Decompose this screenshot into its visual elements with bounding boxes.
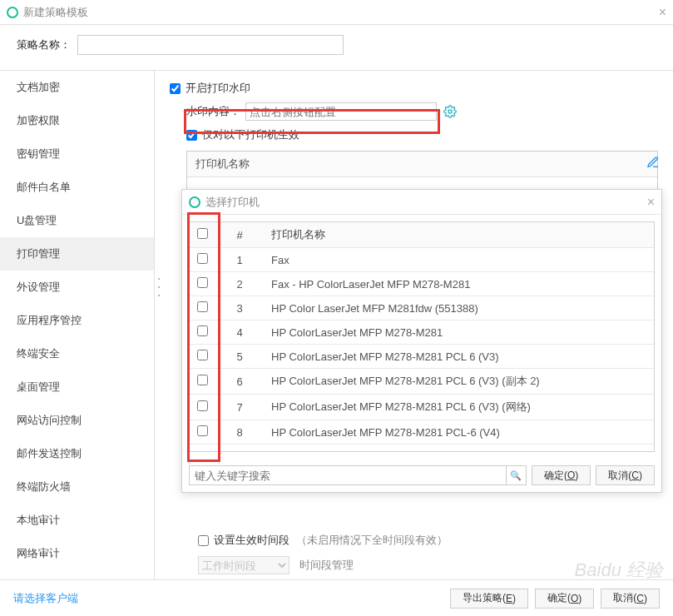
search-box: 🔍: [189, 465, 527, 485]
gear-icon[interactable]: [443, 105, 457, 118]
sidebar-item[interactable]: 网络审计: [0, 537, 154, 570]
select-all-checkbox[interactable]: [197, 228, 208, 239]
sidebar-item[interactable]: 终端防火墙: [0, 470, 154, 504]
row-checkbox[interactable]: [197, 425, 208, 436]
time-manage-link[interactable]: 时间段管理: [299, 558, 354, 573]
row-printer-name: HP Color LaserJet MFP M281fdw (551388): [265, 296, 654, 320]
ok-button[interactable]: 确定(O): [535, 589, 594, 609]
printer-select-dialog: 选择打印机 × # 打印机名称 1Fax2Fax - HP ColorLaser…: [181, 189, 662, 493]
policy-name-label: 策略名称：: [17, 37, 71, 52]
policy-name-input[interactable]: [77, 35, 344, 55]
row-number: 7: [215, 395, 265, 420]
time-period-select[interactable]: 工作时间段: [198, 556, 289, 574]
row-number: 5: [215, 345, 265, 369]
footer: 请选择客户端 导出策略(E) 确定(O) 取消(C): [0, 579, 673, 616]
table-row[interactable]: 6HP ColorLaserJet MFP M278-M281 PCL 6 (V…: [190, 369, 654, 395]
col-number-header[interactable]: #: [215, 222, 265, 248]
row-number: 3: [215, 296, 265, 320]
filter-printers-label: 仅对以下打印机生效: [202, 127, 299, 142]
col-name-header[interactable]: 打印机名称: [265, 222, 654, 248]
row-checkbox[interactable]: [197, 350, 208, 360]
sidebar-item[interactable]: 加密权限: [0, 104, 154, 137]
app-icon: [189, 196, 200, 208]
row-checkbox[interactable]: [197, 277, 208, 288]
splitter-handle[interactable]: [156, 275, 162, 300]
table-row[interactable]: 3HP Color LaserJet MFP M281fdw (551388): [190, 296, 654, 320]
sidebar-item[interactable]: 桌面管理: [0, 370, 154, 404]
app-icon: [7, 7, 18, 18]
close-icon[interactable]: ×: [647, 195, 655, 210]
sidebar-item[interactable]: 密钥管理: [0, 137, 154, 171]
time-section: 设置生效时间段 （未启用情况下全时间段有效） 工作时间段 时间段管理: [198, 533, 448, 574]
sidebar-item[interactable]: 邮件发送控制: [0, 437, 154, 470]
row-checkbox[interactable]: [197, 253, 208, 264]
watermark-input[interactable]: [245, 102, 437, 121]
row-number: 2: [215, 272, 265, 296]
sidebar-item[interactable]: 终端安全: [0, 337, 154, 370]
sidebar-item[interactable]: 文档安全: [0, 570, 154, 579]
enable-watermark-row: 开启打印水印: [170, 81, 658, 96]
row-printer-name: Fax: [265, 248, 654, 272]
row-number: 8: [215, 420, 265, 445]
dialog-footer: 🔍 确定(O) 取消(C): [182, 459, 661, 492]
time-enable-label: 设置生效时间段: [214, 533, 289, 548]
sidebar-item[interactable]: 打印管理: [0, 237, 154, 271]
export-button[interactable]: 导出策略(E): [450, 589, 528, 609]
printer-name-header: 打印机名称: [187, 152, 657, 177]
search-icon[interactable]: 🔍: [506, 466, 526, 484]
select-client-link[interactable]: 请选择客户端: [13, 591, 78, 606]
row-printer-name: HP ColorLaserJet MFP M278-M281 PCL 6 (V3…: [265, 345, 654, 369]
row-printer-name: HP ColorLaserJet MFP M278-M281: [265, 320, 654, 345]
table-row[interactable]: 8HP ColorLaserJet MFP M278-M281 PCL-6 (V…: [190, 420, 654, 445]
filter-printers-checkbox[interactable]: [186, 130, 197, 141]
window-title: 新建策略模板: [23, 5, 88, 20]
row-number: 4: [215, 320, 265, 345]
titlebar: 新建策略模板 ×: [0, 0, 673, 25]
close-icon[interactable]: ×: [659, 5, 666, 20]
row-number: 6: [215, 369, 265, 395]
sidebar-item[interactable]: 本地审计: [0, 504, 154, 537]
dialog-ok-button[interactable]: 确定(O): [532, 465, 591, 485]
table-row[interactable]: 1Fax: [190, 248, 654, 272]
row-checkbox[interactable]: [197, 301, 208, 312]
enable-watermark-checkbox[interactable]: [170, 83, 181, 94]
row-checkbox[interactable]: [197, 400, 208, 411]
sidebar-item[interactable]: 邮件白名单: [0, 171, 154, 204]
watermark-label: 水印内容：: [186, 104, 240, 119]
table-header-row: # 打印机名称: [190, 222, 654, 248]
printer-table-wrap: # 打印机名称 1Fax2Fax - HP ColorLaserJet MFP …: [189, 221, 655, 452]
filter-printers-row: 仅对以下打印机生效: [186, 127, 658, 142]
table-row[interactable]: 4HP ColorLaserJet MFP M278-M281: [190, 320, 654, 345]
table-row[interactable]: 5HP ColorLaserJet MFP M278-M281 PCL 6 (V…: [190, 345, 654, 369]
table-row[interactable]: 7HP ColorLaserJet MFP M278-M281 PCL 6 (V…: [190, 395, 654, 420]
edit-icon[interactable]: [646, 156, 660, 171]
row-printer-name: HP ColorLaserJet MFP M278-M281 PCL 6 (V3…: [265, 369, 654, 395]
row-printer-name: HP ColorLaserJet MFP M278-M281 PCL-6 (V4…: [265, 420, 654, 445]
row-number: 1: [215, 248, 265, 272]
sidebar[interactable]: 文档加密加密权限密钥管理邮件白名单U盘管理打印管理外设管理应用程序管控终端安全桌…: [0, 71, 155, 579]
table-row[interactable]: 2Fax - HP ColorLaserJet MFP M278-M281: [190, 272, 654, 296]
dialog-title: 选择打印机: [205, 195, 260, 210]
watermark-content-row: 水印内容：: [186, 102, 658, 121]
enable-watermark-label: 开启打印水印: [186, 81, 250, 96]
sidebar-item[interactable]: U盘管理: [0, 204, 154, 237]
row-printer-name: Fax - HP ColorLaserJet MFP M278-M281: [265, 272, 654, 296]
sidebar-item[interactable]: 文档加密: [0, 71, 154, 104]
svg-point-0: [448, 110, 452, 113]
cancel-button[interactable]: 取消(C): [601, 589, 660, 609]
time-hint: （未启用情况下全时间段有效）: [296, 533, 448, 548]
dialog-cancel-button[interactable]: 取消(C): [596, 465, 655, 485]
row-checkbox[interactable]: [197, 375, 208, 385]
row-checkbox[interactable]: [197, 325, 208, 336]
time-enable-checkbox[interactable]: [198, 535, 209, 546]
dialog-titlebar: 选择打印机 ×: [182, 190, 661, 215]
sidebar-item[interactable]: 网站访问控制: [0, 404, 154, 437]
printer-table: # 打印机名称 1Fax2Fax - HP ColorLaserJet MFP …: [190, 222, 654, 445]
row-printer-name: HP ColorLaserJet MFP M278-M281 PCL 6 (V3…: [265, 395, 654, 420]
policy-name-row: 策略名称：: [0, 25, 673, 70]
sidebar-item[interactable]: 应用程序管控: [0, 304, 154, 337]
search-input[interactable]: [190, 466, 506, 484]
sidebar-item[interactable]: 外设管理: [0, 271, 154, 304]
